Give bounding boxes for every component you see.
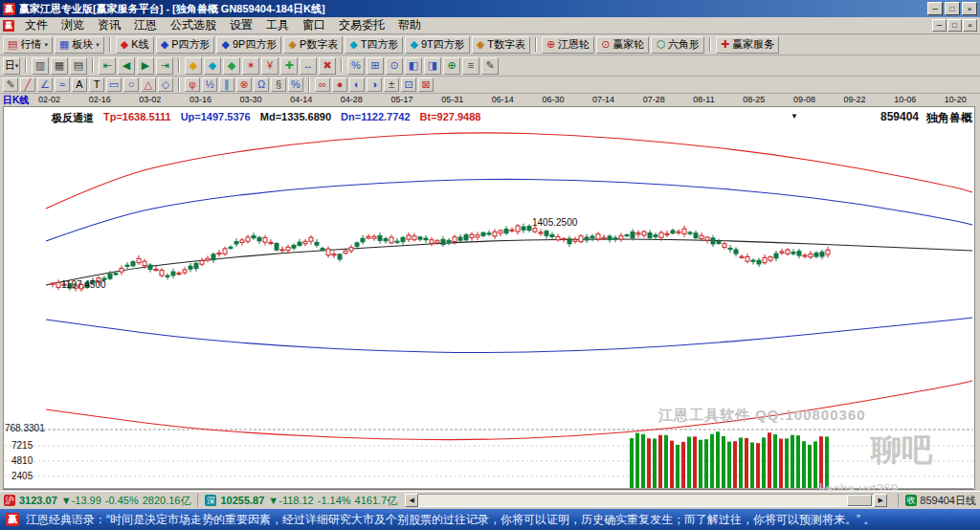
menu-tools[interactable]: 工具 [259,16,296,34]
yen-icon: ¥ [267,60,273,71]
scrollbar-thumb[interactable] [847,495,872,506]
t-square-label: T四方形 [361,37,399,52]
half-left-button[interactable]: ◧ [405,57,422,75]
indicator-value-tp: Tp=1638.5111 [103,111,171,125]
child-restore-button[interactable]: □ [947,19,962,32]
infinity-tool-button[interactable]: ∞ [315,77,330,92]
last-page-button[interactable]: ⇥ [156,57,173,75]
section-tool-button[interactable]: § [271,77,286,92]
trend-line-tool-button[interactable]: ╱ [20,77,35,92]
menu-settings[interactable]: 设置 [223,16,259,34]
menu-browse[interactable]: 浏览 [55,16,91,34]
kline-view-button[interactable]: ▥ [32,57,49,75]
measure-button[interactable]: ↔ [300,57,317,75]
gann-wheel-button[interactable]: ⊕江恩轮 [542,36,594,54]
shanghai-index-icon[interactable]: 沪 [4,495,15,506]
overlay-lines-button[interactable]: ≡ [462,57,479,75]
menu-help[interactable]: 帮助 [391,16,428,34]
p-square-label: P四方形 [171,37,210,52]
winner-service-button[interactable]: ✚赢家服务 [716,36,779,54]
candle-body [654,235,657,237]
diamond-tool-button[interactable]: ◇ [158,77,173,92]
menu-gann[interactable]: 江恩 [127,16,164,34]
scroll-right-arrow[interactable]: ▶ [874,494,887,507]
menu-window[interactable]: 窗口 [296,16,332,34]
tab-daily-kline[interactable]: 日K线 [3,94,29,107]
scrollbar-track[interactable] [418,494,874,507]
winner-wheel-button[interactable]: ⊙赢家轮 [596,36,649,54]
t-square-button[interactable]: ◆T四方形 [345,36,403,54]
indicator-name[interactable]: 极反通道 [52,111,94,125]
shenzhen-index-icon[interactable]: 深 [205,495,216,506]
delete-button[interactable]: ✖ [319,57,336,75]
parallel-lines-tool-button[interactable]: ∥ [219,77,234,92]
angle-tool-button[interactable]: ∠ [37,77,53,92]
t-number-table-button[interactable]: ◆T数字表 [472,36,530,54]
list-view-button[interactable]: ▤ [70,57,87,75]
chart-horizontal-scrollbar[interactable]: ◀ ▶ [405,494,887,507]
boxed-dot-tool-button[interactable]: ⊡ [401,77,416,92]
nine-t-square-button[interactable]: ◆9T四方形 [405,36,469,54]
close-button[interactable]: × [962,2,977,15]
kline-chart-canvas[interactable] [0,106,980,491]
sectors-button[interactable]: ▦板块▾ [55,36,104,54]
child-minimize-button[interactable]: ─ [932,19,947,32]
candle-body [206,258,210,260]
nine-p-square-button[interactable]: ◆9P四方形 [216,36,281,54]
scroll-left-arrow[interactable]: ◀ [405,494,418,507]
diamond-yellow-button[interactable]: ◆ [185,57,202,75]
red-dot-tool-button[interactable]: ● [332,77,347,92]
rect-tool-button[interactable]: ▭ [106,77,122,92]
wave-tool-button[interactable]: ≈ [55,77,70,92]
candle-body [826,250,830,254]
circle-dot-button[interactable]: ⊙ [386,57,403,75]
prev-page-button[interactable]: ◀ [118,57,135,75]
pencil-small-button[interactable]: ✎ [481,57,499,75]
candle-body [177,273,181,274]
percent-tool-button[interactable]: % [288,77,303,92]
toolbar-separator [709,37,711,52]
golden-ratio-tool-button[interactable]: φ [185,77,200,92]
plus-circle-button[interactable]: ⊕ [443,57,460,75]
omega-tool-button[interactable]: Ω [254,77,269,92]
star-red-button[interactable]: ✶ [242,57,259,75]
quotes-button[interactable]: ▤行情▾ [3,36,53,54]
child-close-button[interactable]: × [963,19,977,32]
circle-tool-button[interactable]: ○ [123,77,139,92]
cross-green-button[interactable]: ✚ [280,57,298,75]
boxed-cross-tool-button[interactable]: ⊠ [418,77,434,92]
grid-square-button[interactable]: ⊞ [367,57,384,75]
half-right-button[interactable]: ◨ [424,57,441,75]
half-circle-left-tool-button[interactable]: ◐ [349,77,365,92]
diamond-cyan-button[interactable]: ◆ [204,57,221,75]
menu-file[interactable]: 文件 [18,16,55,34]
menu-trading-order[interactable]: 交易委托 [332,16,391,34]
plus-minus-tool-button[interactable]: ± [384,77,399,92]
yen-button[interactable]: ¥ [261,57,278,75]
p-number-table-button[interactable]: ◆P数字表 [283,36,343,54]
hexagon-button[interactable]: ⬡六角形 [651,36,704,54]
minimize-button[interactable]: ─ [927,2,943,15]
circle-cross-tool-button[interactable]: ⊗ [236,77,252,92]
percent-button[interactable]: % [347,57,365,75]
menu-news[interactable]: 资讯 [91,16,127,34]
text-tool-button[interactable]: A [72,77,87,92]
p-square-button[interactable]: ◆P四方形 [156,36,215,54]
period-day-button[interactable]: 日▾ [3,57,20,75]
chart-area[interactable]: 极反通道 Tp=1638.5111 Up=1497.5376 Md=1335.6… [0,106,980,491]
candle-body [194,263,198,268]
triangle-tool-button[interactable]: △ [141,77,156,92]
half-ratio-tool-button[interactable]: ½ [202,77,217,92]
pencil-tool-button[interactable]: ✎ [3,77,18,92]
dn-channel-line [46,318,972,353]
menu-formula-stock-picking[interactable]: 公式选股 [164,16,223,34]
maximize-button[interactable]: □ [945,2,960,15]
chevron-down-icon[interactable]: ▼ [791,112,798,121]
label-tool-button[interactable]: T [89,77,104,92]
grid-view-button[interactable]: ▦ [51,57,68,75]
diamond-green-button[interactable]: ◆ [223,57,240,75]
kline-button[interactable]: ◆K线 [116,36,154,54]
next-page-button[interactable]: ▶ [137,57,154,75]
half-circle-right-tool-button[interactable]: ◑ [367,77,382,92]
first-page-button[interactable]: ⇤ [99,57,116,75]
